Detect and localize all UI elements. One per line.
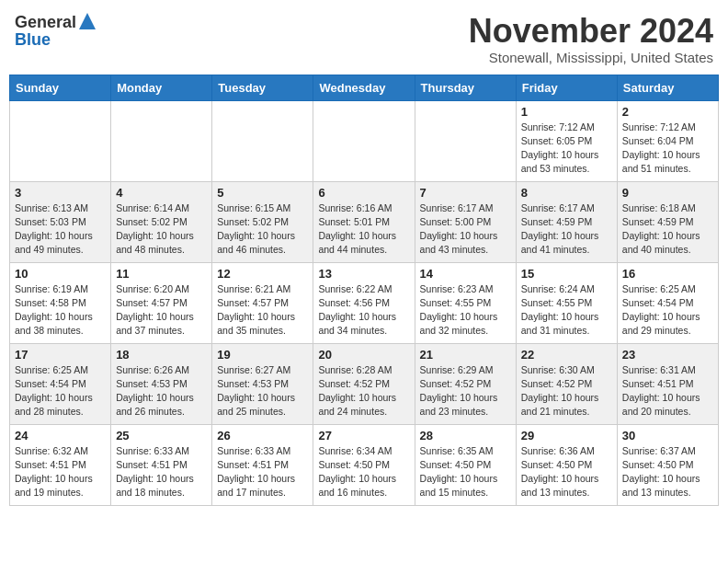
day-info: Sunrise: 6:34 AM Sunset: 4:50 PM Dayligh… — [318, 444, 409, 500]
day-info: Sunrise: 6:20 AM Sunset: 4:57 PM Dayligh… — [116, 282, 207, 339]
day-info: Sunrise: 7:12 AM Sunset: 6:04 PM Dayligh… — [622, 121, 713, 177]
day-info: Sunrise: 6:25 AM Sunset: 4:54 PM Dayligh… — [15, 363, 106, 419]
day-info: Sunrise: 6:14 AM Sunset: 5:02 PM Dayligh… — [116, 201, 207, 258]
day-number: 4 — [116, 186, 207, 200]
day-info: Sunrise: 6:13 AM Sunset: 5:03 PM Dayligh… — [15, 201, 106, 258]
day-number: 18 — [116, 348, 207, 362]
calendar-week-2: 3Sunrise: 6:13 AM Sunset: 5:03 PM Daylig… — [10, 181, 719, 262]
calendar-cell — [111, 100, 212, 181]
day-number: 16 — [622, 267, 713, 281]
day-info: Sunrise: 6:36 AM Sunset: 4:50 PM Dayligh… — [521, 444, 612, 500]
calendar-cell: 1Sunrise: 7:12 AM Sunset: 6:05 PM Daylig… — [516, 100, 617, 181]
day-info: Sunrise: 6:21 AM Sunset: 4:57 PM Dayligh… — [217, 282, 308, 339]
calendar-cell: 29Sunrise: 6:36 AM Sunset: 4:50 PM Dayli… — [516, 424, 617, 505]
weekday-header-row: SundayMondayTuesdayWednesdayThursdayFrid… — [10, 75, 719, 100]
day-info: Sunrise: 6:19 AM Sunset: 4:58 PM Dayligh… — [15, 282, 106, 339]
calendar-cell: 27Sunrise: 6:34 AM Sunset: 4:50 PM Dayli… — [313, 424, 415, 505]
day-info: Sunrise: 6:26 AM Sunset: 4:53 PM Dayligh… — [116, 363, 207, 419]
calendar-cell: 19Sunrise: 6:27 AM Sunset: 4:53 PM Dayli… — [212, 343, 313, 424]
calendar-cell: 23Sunrise: 6:31 AM Sunset: 4:51 PM Dayli… — [617, 343, 718, 424]
day-info: Sunrise: 6:31 AM Sunset: 4:51 PM Dayligh… — [622, 363, 713, 419]
day-info: Sunrise: 6:32 AM Sunset: 4:51 PM Dayligh… — [15, 444, 106, 500]
calendar-cell: 21Sunrise: 6:29 AM Sunset: 4:52 PM Dayli… — [415, 343, 516, 424]
calendar-week-3: 10Sunrise: 6:19 AM Sunset: 4:58 PM Dayli… — [10, 262, 719, 343]
day-info: Sunrise: 6:25 AM Sunset: 4:54 PM Dayligh… — [622, 282, 713, 339]
day-info: Sunrise: 6:37 AM Sunset: 4:50 PM Dayligh… — [622, 444, 713, 500]
weekday-header-wednesday: Wednesday — [313, 75, 415, 100]
weekday-header-thursday: Thursday — [415, 75, 516, 100]
weekday-header-sunday: Sunday — [10, 75, 111, 100]
calendar-cell: 20Sunrise: 6:28 AM Sunset: 4:52 PM Dayli… — [313, 343, 415, 424]
day-number: 20 — [318, 348, 409, 362]
weekday-header-friday: Friday — [516, 75, 617, 100]
calendar-cell: 18Sunrise: 6:26 AM Sunset: 4:53 PM Dayli… — [111, 343, 212, 424]
day-number: 30 — [622, 429, 713, 442]
day-info: Sunrise: 6:17 AM Sunset: 5:00 PM Dayligh… — [420, 201, 511, 258]
calendar-cell: 28Sunrise: 6:35 AM Sunset: 4:50 PM Dayli… — [415, 424, 516, 505]
day-number: 17 — [15, 348, 106, 362]
day-info: Sunrise: 6:28 AM Sunset: 4:52 PM Dayligh… — [318, 363, 409, 419]
day-number: 13 — [318, 267, 409, 281]
day-number: 3 — [15, 186, 106, 200]
weekday-header-monday: Monday — [111, 75, 212, 100]
day-number: 29 — [521, 429, 612, 442]
day-number: 21 — [420, 348, 511, 362]
day-number: 22 — [521, 348, 612, 362]
weekday-header-saturday: Saturday — [617, 75, 718, 100]
calendar-cell: 4Sunrise: 6:14 AM Sunset: 5:02 PM Daylig… — [111, 181, 212, 262]
weekday-header-tuesday: Tuesday — [212, 75, 313, 100]
calendar-cell: 30Sunrise: 6:37 AM Sunset: 4:50 PM Dayli… — [617, 424, 718, 505]
calendar-week-4: 17Sunrise: 6:25 AM Sunset: 4:54 PM Dayli… — [10, 343, 719, 424]
day-number: 19 — [217, 348, 308, 362]
day-number: 28 — [420, 429, 511, 442]
calendar-cell: 7Sunrise: 6:17 AM Sunset: 5:00 PM Daylig… — [415, 181, 516, 262]
logo-general-text: General — [15, 14, 76, 30]
calendar-cell: 12Sunrise: 6:21 AM Sunset: 4:57 PM Dayli… — [212, 262, 313, 343]
calendar-cell: 25Sunrise: 6:33 AM Sunset: 4:51 PM Dayli… — [111, 424, 212, 505]
title-block: November 2024 Stonewall, Mississippi, Un… — [469, 13, 713, 65]
day-number: 2 — [622, 105, 713, 119]
day-number: 14 — [420, 267, 511, 281]
calendar-cell — [415, 100, 516, 181]
calendar-cell: 10Sunrise: 6:19 AM Sunset: 4:58 PM Dayli… — [10, 262, 111, 343]
day-info: Sunrise: 6:18 AM Sunset: 4:59 PM Dayligh… — [622, 201, 713, 258]
calendar-cell: 8Sunrise: 6:17 AM Sunset: 4:59 PM Daylig… — [516, 181, 617, 262]
calendar-cell: 13Sunrise: 6:22 AM Sunset: 4:56 PM Dayli… — [313, 262, 415, 343]
calendar-cell: 16Sunrise: 6:25 AM Sunset: 4:54 PM Dayli… — [617, 262, 718, 343]
calendar-cell — [212, 100, 313, 181]
calendar-cell: 15Sunrise: 6:24 AM Sunset: 4:55 PM Dayli… — [516, 262, 617, 343]
calendar-cell: 14Sunrise: 6:23 AM Sunset: 4:55 PM Dayli… — [415, 262, 516, 343]
calendar-cell: 24Sunrise: 6:32 AM Sunset: 4:51 PM Dayli… — [10, 424, 111, 505]
day-info: Sunrise: 6:35 AM Sunset: 4:50 PM Dayligh… — [420, 444, 511, 500]
calendar-body: 1Sunrise: 7:12 AM Sunset: 6:05 PM Daylig… — [10, 100, 719, 505]
day-number: 24 — [15, 429, 106, 442]
logo: General Blue — [15, 13, 96, 48]
calendar-cell: 5Sunrise: 6:15 AM Sunset: 5:02 PM Daylig… — [212, 181, 313, 262]
month-title: November 2024 — [469, 13, 713, 50]
day-info: Sunrise: 6:27 AM Sunset: 4:53 PM Dayligh… — [217, 363, 308, 419]
day-info: Sunrise: 6:17 AM Sunset: 4:59 PM Dayligh… — [521, 201, 612, 258]
day-info: Sunrise: 6:22 AM Sunset: 4:56 PM Dayligh… — [318, 282, 409, 339]
calendar-cell: 11Sunrise: 6:20 AM Sunset: 4:57 PM Dayli… — [111, 262, 212, 343]
day-number: 27 — [318, 429, 409, 442]
calendar-cell — [10, 100, 111, 181]
day-number: 12 — [217, 267, 308, 281]
calendar-table: SundayMondayTuesdayWednesdayThursdayFrid… — [9, 75, 719, 506]
day-number: 5 — [217, 186, 308, 200]
logo-blue-text: Blue — [15, 31, 51, 48]
day-info: Sunrise: 6:33 AM Sunset: 4:51 PM Dayligh… — [217, 444, 308, 500]
calendar-cell: 22Sunrise: 6:30 AM Sunset: 4:52 PM Dayli… — [516, 343, 617, 424]
page-header: General Blue November 2024 Stonewall, Mi… — [9, 9, 719, 69]
day-info: Sunrise: 6:15 AM Sunset: 5:02 PM Dayligh… — [217, 201, 308, 258]
day-info: Sunrise: 6:16 AM Sunset: 5:01 PM Dayligh… — [318, 201, 409, 258]
calendar-cell: 3Sunrise: 6:13 AM Sunset: 5:03 PM Daylig… — [10, 181, 111, 262]
day-info: Sunrise: 6:30 AM Sunset: 4:52 PM Dayligh… — [521, 363, 612, 419]
day-number: 26 — [217, 429, 308, 442]
day-number: 9 — [622, 186, 713, 200]
location-title: Stonewall, Mississippi, United States — [469, 50, 713, 65]
day-number: 25 — [116, 429, 207, 442]
day-number: 10 — [15, 267, 106, 281]
day-info: Sunrise: 6:24 AM Sunset: 4:55 PM Dayligh… — [521, 282, 612, 339]
calendar-header: SundayMondayTuesdayWednesdayThursdayFrid… — [10, 75, 719, 100]
day-info: Sunrise: 6:23 AM Sunset: 4:55 PM Dayligh… — [420, 282, 511, 339]
